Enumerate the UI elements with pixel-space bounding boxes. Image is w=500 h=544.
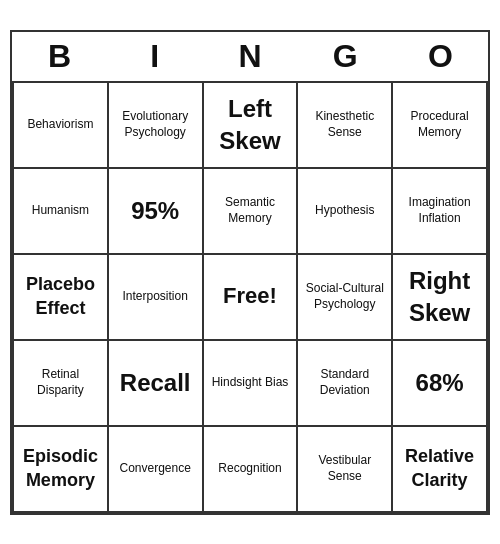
bingo-cell-7[interactable]: Semantic Memory [204,169,299,255]
bingo-cell-13[interactable]: Social-Cultural Psychology [298,255,393,341]
bingo-cell-21[interactable]: Convergence [109,427,204,513]
bingo-cell-18[interactable]: Standard Deviation [298,341,393,427]
bingo-cell-10[interactable]: Placebo Effect [14,255,109,341]
bingo-cell-15[interactable]: Retinal Disparity [14,341,109,427]
bingo-cell-4[interactable]: Procedural Memory [393,83,488,169]
bingo-cell-1[interactable]: Evolutionary Psychology [109,83,204,169]
bingo-cell-14[interactable]: Right Skew [393,255,488,341]
bingo-header: B I N G O [12,32,488,83]
letter-b: B [16,38,104,75]
letter-o: O [396,38,484,75]
bingo-cell-11[interactable]: Interposition [109,255,204,341]
bingo-cell-9[interactable]: Imagination Inflation [393,169,488,255]
letter-i: I [111,38,199,75]
bingo-cell-24[interactable]: Relative Clarity [393,427,488,513]
bingo-cell-5[interactable]: Humanism [14,169,109,255]
bingo-cell-12[interactable]: Free! [204,255,299,341]
bingo-cell-6[interactable]: 95% [109,169,204,255]
bingo-cell-19[interactable]: 68% [393,341,488,427]
bingo-cell-20[interactable]: Episodic Memory [14,427,109,513]
bingo-cell-2[interactable]: Left Skew [204,83,299,169]
bingo-card: B I N G O BehaviorismEvolutionary Psycho… [10,30,490,515]
bingo-cell-16[interactable]: Recall [109,341,204,427]
bingo-cell-22[interactable]: Recognition [204,427,299,513]
letter-g: G [301,38,389,75]
bingo-cell-23[interactable]: Vestibular Sense [298,427,393,513]
bingo-grid: BehaviorismEvolutionary PsychologyLeft S… [12,83,488,513]
letter-n: N [206,38,294,75]
bingo-cell-0[interactable]: Behaviorism [14,83,109,169]
bingo-cell-17[interactable]: Hindsight Bias [204,341,299,427]
bingo-cell-3[interactable]: Kinesthetic Sense [298,83,393,169]
bingo-cell-8[interactable]: Hypothesis [298,169,393,255]
